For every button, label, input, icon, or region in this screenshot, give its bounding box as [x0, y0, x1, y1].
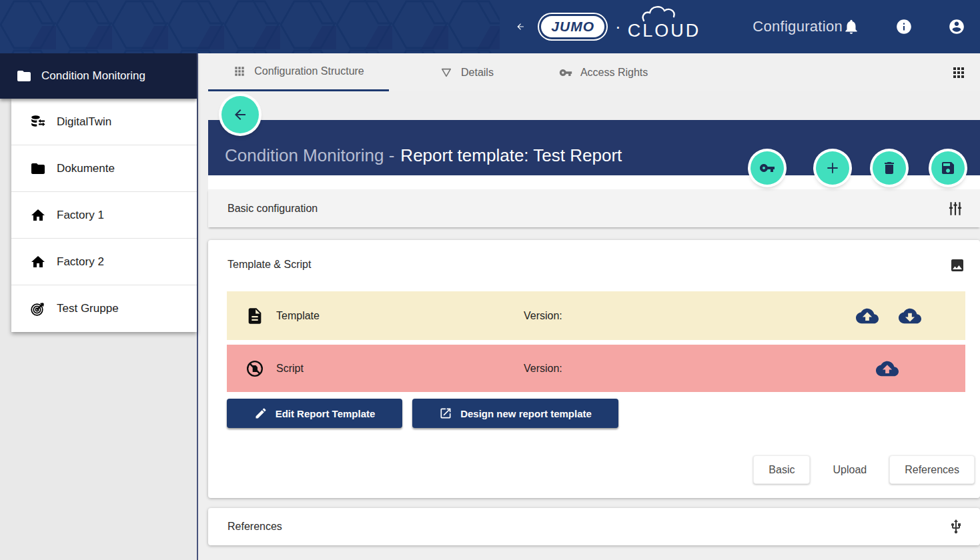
sidebar-item-label: Condition Monitoring: [41, 69, 145, 83]
back-button[interactable]: [221, 96, 259, 133]
detail-header-banner: Condition Monitoring - Report template: …: [208, 120, 980, 175]
arrow-left-icon: [232, 107, 248, 123]
delete-button[interactable]: [873, 151, 906, 185]
sidebar-item-factory-2[interactable]: Factory 2: [11, 239, 197, 285]
sidebar-item-label: Factory 2: [57, 255, 104, 269]
basic-button[interactable]: Basic: [753, 455, 810, 484]
apps-grid-icon[interactable]: [951, 65, 967, 81]
template-row-label: Template: [276, 310, 320, 322]
key-icon: [759, 160, 775, 176]
document-icon: [246, 307, 264, 325]
info-icon[interactable]: [895, 18, 913, 35]
banner-title: Report template: Test Report: [400, 145, 622, 166]
sidebar-item-label: Dokumente: [57, 162, 115, 175]
panel-footer-actions: Basic Upload References: [753, 455, 975, 484]
pencil-edit-icon: [254, 407, 268, 420]
usb-icon: [948, 519, 964, 535]
target-icon: [30, 301, 46, 317]
sidebar-item-condition-monitoring[interactable]: Condition Monitoring: [0, 53, 197, 99]
sidebar-children-card: DigitalTwin Dokumente Factory 1 Factory …: [11, 99, 197, 332]
cloud-outline-icon: [640, 5, 704, 22]
trash-icon: [881, 160, 897, 176]
sidebar-item-label: DigitalTwin: [57, 115, 111, 129]
cloud-wordmark-text: CLOUD: [628, 21, 701, 41]
no-script-icon: [246, 359, 264, 378]
basic-configuration-panel-header[interactable]: Basic configuration: [208, 189, 980, 227]
script-version-label: Version:: [524, 363, 562, 375]
hexagon-pattern-background: [0, 0, 500, 53]
home-icon: [30, 207, 46, 223]
digital-twin-icon: [30, 114, 46, 130]
cloud-wordmark: CLOUD: [628, 13, 701, 41]
image-icon[interactable]: [949, 257, 965, 273]
cloud-upload-icon[interactable]: [856, 305, 879, 327]
button-label: Design new report template: [460, 408, 592, 419]
back-arrow-icon[interactable]: [516, 17, 525, 36]
access-rights-button[interactable]: [751, 151, 784, 185]
folder-icon: [30, 161, 46, 177]
edit-report-template-button[interactable]: Edit Report Template: [227, 399, 402, 428]
template-version-label: Version:: [524, 310, 562, 322]
tab-label: Access Rights: [580, 67, 648, 79]
page-title: Configuration: [753, 18, 843, 35]
save-button[interactable]: [931, 151, 965, 185]
banner-breadcrumb: Condition Monitoring -: [225, 145, 394, 166]
jumo-cloud-logo: JUMO · CLOUD: [541, 13, 700, 41]
add-button[interactable]: [816, 151, 849, 185]
app-window: JUMO · CLOUD Configuration Condition Mon…: [0, 0, 980, 560]
plus-icon: [825, 160, 841, 176]
script-row: Script Version:: [227, 345, 965, 392]
apps-grid-icon: [233, 65, 246, 78]
notifications-bell-icon[interactable]: [843, 18, 860, 35]
panel-label: Basic configuration: [227, 203, 318, 215]
cloud-upload-icon[interactable]: [876, 357, 899, 380]
tab-label: Configuration Structure: [254, 65, 364, 77]
tab-access-rights[interactable]: Access Rights: [550, 53, 657, 91]
tab-configuration-structure[interactable]: Configuration Structure: [208, 53, 389, 91]
navigation-sidebar: Condition Monitoring DigitalTwin Dokumen…: [0, 53, 198, 560]
template-script-panel: Template & Script Template Version: Scri…: [208, 240, 980, 498]
sidebar-item-label: Factory 1: [57, 209, 104, 222]
panel-label: Template & Script: [227, 259, 311, 271]
jumo-logo-pill: JUMO: [541, 16, 604, 37]
sidebar-item-factory-1[interactable]: Factory 1: [11, 192, 197, 239]
template-row: Template Version:: [227, 291, 965, 340]
home-icon: [30, 254, 46, 270]
panel-spacer: [208, 175, 980, 189]
references-button[interactable]: References: [889, 455, 975, 484]
open-in-new-icon: [439, 407, 452, 420]
panel-label: References: [227, 521, 282, 533]
account-circle-icon[interactable]: [948, 18, 965, 35]
design-new-report-template-button[interactable]: Design new report template: [412, 399, 618, 428]
cloud-download-icon[interactable]: [899, 305, 921, 327]
save-icon: [940, 160, 956, 176]
tab-label: Details: [461, 67, 494, 79]
sidebar-item-label: Test Gruppe: [57, 302, 119, 315]
key-icon: [559, 66, 572, 79]
tune-sliders-icon: [947, 200, 964, 217]
tab-details[interactable]: Details: [430, 53, 503, 91]
main-content: Configuration Structure Details Access R…: [198, 53, 980, 560]
sidebar-item-digitaltwin[interactable]: DigitalTwin: [11, 99, 197, 145]
sidebar-item-test-gruppe[interactable]: Test Gruppe: [11, 285, 197, 332]
sidebar-item-dokumente[interactable]: Dokumente: [11, 145, 197, 192]
logo-separator-dot: ·: [615, 17, 621, 37]
tab-bar: Configuration Structure Details Access R…: [198, 53, 980, 91]
top-app-bar: JUMO · CLOUD Configuration: [0, 0, 980, 53]
button-label: Edit Report Template: [276, 408, 376, 419]
references-panel-header[interactable]: References: [208, 508, 980, 545]
script-row-label: Script: [276, 363, 304, 375]
filter-icon: [440, 66, 453, 79]
folder-icon: [16, 68, 32, 84]
upload-button[interactable]: Upload: [821, 455, 879, 484]
